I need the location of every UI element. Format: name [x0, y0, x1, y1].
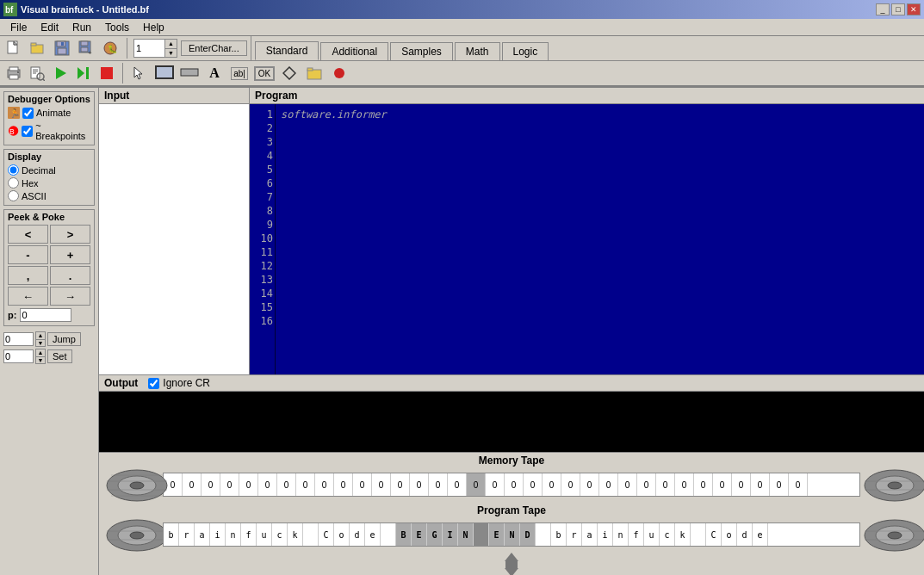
pp-right-button[interactable]: > [50, 225, 90, 244]
input-header: Input [99, 88, 249, 104]
program-tape-cell: D [520, 523, 536, 546]
tab-additional[interactable]: Additional [320, 42, 388, 60]
decimal-radio[interactable] [8, 164, 19, 176]
stop-button[interactable] [96, 63, 117, 83]
pp-left-button[interactable]: < [8, 225, 48, 244]
folder-tool[interactable] [303, 63, 326, 83]
ignore-cr-label[interactable]: Ignore CR [148, 377, 210, 389]
tape-cell: 0 [372, 473, 391, 496]
breakpoints-label: ~ Breakpoints [35, 121, 90, 141]
num-input[interactable]: 1 [134, 40, 164, 57]
set-button[interactable]: Set [47, 349, 72, 363]
jump-row: ▲ ▼ Jump [3, 331, 95, 347]
output-area: Output Ignore CR [99, 374, 924, 452]
editor-area: Input Program 12345678910111213141516 so… [99, 88, 924, 374]
program-tape-cell: o [334, 523, 350, 546]
main-content: Debugger Options 🏃 Animate B ~ Breakpoin… [0, 88, 924, 575]
menu-file[interactable]: File [3, 20, 34, 35]
debug-button[interactable]: 🐛 [100, 38, 121, 59]
program-reel-right [860, 518, 921, 551]
label-tool[interactable]: ab| [228, 63, 251, 83]
program-editor[interactable]: 12345678910111213141516 software.informe… [250, 104, 924, 374]
svg-text:🏃: 🏃 [9, 108, 20, 119]
num-down-button[interactable]: ▼ [164, 49, 177, 58]
open-button[interactable] [28, 38, 48, 59]
tape-cell: 0 [334, 473, 353, 496]
minimize-button[interactable]: _ [876, 3, 890, 15]
title-text: Visual brainfuck - Untitled.bf [21, 4, 149, 15]
breakpoints-checkbox[interactable] [22, 126, 33, 137]
ascii-row: ASCII [8, 190, 90, 201]
animate-row: 🏃 Animate [8, 107, 90, 119]
pp-prev-button[interactable]: ← [8, 287, 48, 306]
hex-radio[interactable] [8, 177, 19, 189]
enter-char-button[interactable]: EnterChar... [181, 40, 247, 56]
menu-run[interactable]: Run [65, 20, 98, 35]
svg-rect-11 [61, 42, 64, 46]
svg-point-63 [888, 532, 902, 539]
ascii-radio[interactable] [8, 190, 19, 201]
printpreview-button[interactable] [27, 63, 47, 83]
tab-samples[interactable]: Samples [390, 42, 453, 60]
menu-help[interactable]: Help [136, 20, 171, 35]
app-icon: bf [3, 3, 17, 16]
select-tool2[interactable] [178, 63, 201, 83]
num-up-button[interactable]: ▲ [164, 40, 177, 49]
jump-input[interactable] [3, 332, 34, 346]
step-button[interactable] [73, 63, 94, 83]
program-tape-cell: c [660, 523, 675, 546]
tab-math[interactable]: Math [455, 42, 500, 60]
title-bar: bf Visual brainfuck - Untitled.bf _ □ ✕ [0, 0, 924, 19]
output-content[interactable] [99, 392, 924, 452]
svg-rect-30 [86, 67, 89, 79]
memory-tape-row: 0000000000000000000000000000000000 [99, 468, 924, 501]
ok-tool[interactable]: OK [253, 63, 276, 83]
toolbar-area: + 🐛 1 ▲ ▼ EnterChar... St [0, 36, 924, 88]
pp-increment-button[interactable]: + [50, 245, 90, 264]
close-button[interactable]: ✕ [907, 3, 921, 15]
input-textarea[interactable] [99, 104, 249, 374]
set-spinup[interactable]: ▲ ▼ [35, 349, 46, 364]
display-section: Display Decimal Hex ASCII [3, 149, 95, 206]
animate-checkbox[interactable] [22, 108, 34, 119]
tape-cell: 0 [239, 473, 258, 496]
circle-tool[interactable] [328, 63, 350, 83]
tape-cell: 0 [467, 473, 486, 496]
print-button[interactable] [3, 63, 24, 83]
debugger-options: Debugger Options 🏃 Animate B ~ Breakpoin… [3, 91, 95, 145]
pp-next-button[interactable]: → [50, 287, 90, 306]
program-tape-cell: E [412, 523, 427, 546]
select-rect-tool[interactable] [153, 63, 176, 83]
code-content[interactable]: software.informer [276, 104, 924, 374]
jump-set-section: ▲ ▼ Jump ▲ ▼ Set [3, 330, 95, 368]
decimal-row: Decimal [8, 164, 90, 176]
save-button[interactable] [52, 38, 72, 59]
svg-rect-20 [9, 75, 18, 79]
breakpoint-icon: B [8, 125, 19, 137]
new-button[interactable] [3, 38, 24, 59]
run-button[interactable] [50, 63, 71, 83]
jump-button[interactable]: Jump [47, 332, 81, 346]
cursor-tool[interactable] [128, 63, 151, 83]
p-input[interactable]: 0 [20, 308, 71, 322]
diamond-tool[interactable] [278, 63, 301, 83]
pp-comma-button[interactable]: , [8, 266, 48, 285]
tab-logic[interactable]: Logic [502, 42, 549, 60]
tape-cell: 0 [713, 473, 732, 496]
jump-spinup[interactable]: ▲ ▼ [35, 331, 46, 347]
pp-decrement-button[interactable]: - [8, 245, 48, 264]
tape-cell: 0 [543, 473, 561, 496]
ignore-cr-checkbox[interactable] [148, 378, 159, 389]
program-tape-cell: B [396, 523, 412, 546]
text-tool[interactable]: A [203, 63, 226, 83]
program-tape-cell: N [505, 523, 520, 546]
menu-edit[interactable]: Edit [34, 20, 65, 35]
breakpoints-row: B ~ Breakpoints [8, 121, 90, 141]
tab-standard[interactable]: Standard [255, 41, 319, 60]
menu-tools[interactable]: Tools [98, 20, 136, 35]
saveas-button[interactable]: + [76, 38, 96, 59]
maximize-button[interactable]: □ [891, 3, 905, 15]
title-bar-controls: _ □ ✕ [876, 3, 921, 15]
set-input[interactable] [3, 349, 34, 363]
pp-dot-button[interactable]: . [50, 266, 90, 285]
